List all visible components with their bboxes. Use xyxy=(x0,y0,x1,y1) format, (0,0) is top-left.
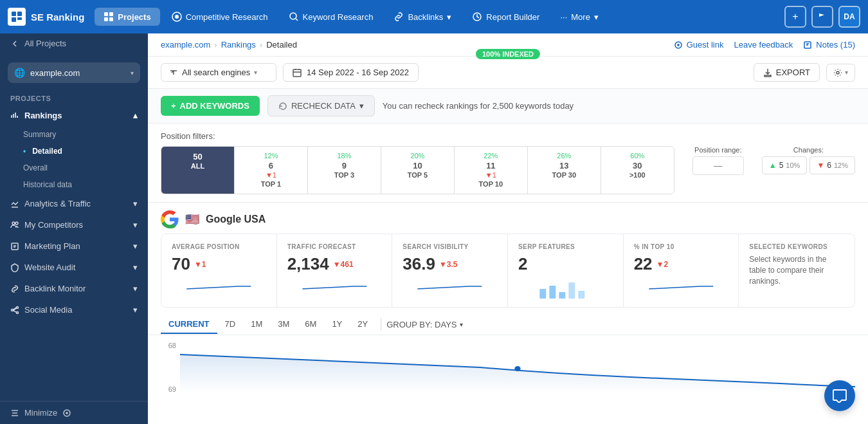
recheck-note: You can recheck rankings for 2,500 keywo… xyxy=(383,101,574,111)
change-up-badge[interactable]: ▲ 5 10% xyxy=(762,156,808,174)
analytics-arrow-icon: ▾ xyxy=(133,199,138,208)
chart-svg-container xyxy=(180,342,855,393)
minimize-btn[interactable]: Minimize xyxy=(10,408,138,418)
sidebar-item-marketing[interactable]: Marketing Plan ▾ xyxy=(0,235,148,257)
metric-sparkline-search_visibility xyxy=(402,279,497,299)
timeline-tab-current[interactable]: CURRENT xyxy=(161,315,217,334)
sidebar-item-social[interactable]: Social Media ▾ xyxy=(0,299,148,320)
recheck-data-btn[interactable]: RECHECK DATA ▾ xyxy=(267,95,375,116)
filter-tab-all[interactable]: 50ALL xyxy=(161,147,235,194)
breadcrumb-site-link[interactable]: example.com xyxy=(161,40,210,50)
sidebar-item-competitors[interactable]: My Competitors ▾ xyxy=(0,214,148,235)
svg-point-12 xyxy=(12,222,15,225)
filter-tab-gt100[interactable]: 60%30>100 xyxy=(601,147,674,194)
metric-label-traffic_forecast: TRAFFIC FORECAST xyxy=(287,243,382,250)
metric-change-search_visibility: ▼3.5 xyxy=(439,260,458,269)
change-down-badge[interactable]: ▼ 6 12% xyxy=(809,156,855,174)
rankings-arrow-icon: ▴ xyxy=(133,111,138,120)
main-layout: All Projects 🌐 example.com ▾ PROJECTS Ra… xyxy=(0,33,868,424)
add-keywords-btn[interactable]: + ADD KEYWORDS xyxy=(161,96,260,116)
settings-dropdown-icon: ▾ xyxy=(845,69,848,76)
sidebar-sub-item-historical[interactable]: Historical data xyxy=(0,176,148,193)
metric-chart-serp_features xyxy=(518,279,613,299)
svg-point-23 xyxy=(836,71,839,74)
filter-tab-top30[interactable]: 26%13TOP 30 xyxy=(528,147,601,194)
sidebar-item-audit[interactable]: Website Audit ▾ xyxy=(0,257,148,278)
metric-card-selected_keywords: SELECTED KEYWORDSSelect keywords in the … xyxy=(739,234,854,307)
group-by-label: GROUP BY: DAYS xyxy=(386,320,457,329)
metric-value-search_visibility: 36.9 ▼3.5 xyxy=(402,254,497,274)
filter-tab-top3[interactable]: 18%9TOP 3 xyxy=(308,147,381,194)
settings-btn[interactable]: ▾ xyxy=(826,64,855,82)
keyword-research-nav-btn[interactable]: Keyword Research xyxy=(280,8,383,26)
up-arrow-icon: ▲ xyxy=(769,161,777,170)
sidebar-item-rankings[interactable]: Rankings ▴ xyxy=(0,105,148,126)
flag-btn[interactable] xyxy=(811,6,833,28)
competitors-arrow-icon: ▾ xyxy=(133,220,138,230)
sidebar-sub-item-summary[interactable]: Summary xyxy=(0,126,148,143)
sidebar-item-analytics[interactable]: Analytics & Traffic ▾ xyxy=(0,193,148,214)
metric-sparkline-pct_in_top10 xyxy=(634,279,728,299)
indexed-badge: 100% INDEXED xyxy=(476,49,540,59)
chat-btn[interactable] xyxy=(824,380,855,411)
sidebar-sub-item-overall[interactable]: Overall xyxy=(0,160,148,176)
date-range-btn[interactable]: 14 Sep 2022 - 16 Sep 2022 xyxy=(283,63,419,82)
sidebar-sub-item-detailed[interactable]: Detailed xyxy=(0,143,148,160)
filter-tab-top5[interactable]: 20%10TOP 5 xyxy=(381,147,455,194)
svg-rect-5 xyxy=(109,12,113,16)
timeline-tab-1m[interactable]: 1M xyxy=(243,315,270,334)
timeline-tab-6m[interactable]: 6M xyxy=(297,315,324,334)
marketing-arrow-icon: ▾ xyxy=(133,241,138,251)
svg-rect-7 xyxy=(109,17,113,21)
svg-rect-24 xyxy=(539,289,546,299)
filter-tab-top1[interactable]: 12%6▼1TOP 1 xyxy=(235,147,308,194)
project-selector[interactable]: 🌐 example.com ▾ xyxy=(8,62,140,83)
top-navigation: SE Ranking Projects Competitive Research… xyxy=(0,0,868,33)
metric-value-serp_features: 2 xyxy=(518,254,613,274)
all-projects-link[interactable]: All Projects xyxy=(0,33,148,55)
search-engine-select[interactable]: All search engines ▾ xyxy=(161,63,276,82)
more-dropdown-icon: ▾ xyxy=(594,12,599,22)
guest-link-btn[interactable]: Guest link xyxy=(674,40,724,50)
new-item-btn[interactable]: + xyxy=(784,6,806,28)
metrics-grid: AVERAGE POSITION70 ▼1 TRAFFIC FORECAST2,… xyxy=(161,234,855,308)
position-range-input[interactable] xyxy=(692,156,744,175)
svg-rect-4 xyxy=(104,12,108,16)
timeline-tab-7d[interactable]: 7D xyxy=(217,315,244,334)
leave-feedback-btn[interactable]: Leave feedback xyxy=(734,40,793,50)
timeline-tab-1y[interactable]: 1Y xyxy=(324,315,350,334)
filter-tab-top10[interactable]: 22%11▼1TOP 10 xyxy=(455,147,528,194)
timeline-tab-3m[interactable]: 3M xyxy=(270,315,297,334)
group-by-selector[interactable]: GROUP BY: DAYS▾ xyxy=(386,316,462,333)
breadcrumb-current: Detailed xyxy=(266,40,297,50)
project-icon: 🌐 xyxy=(14,68,25,78)
change-down-value: 6 xyxy=(827,161,831,170)
export-btn[interactable]: EXPORT xyxy=(754,63,820,82)
report-builder-nav-btn[interactable]: Report Builder xyxy=(463,8,548,26)
breadcrumb-actions: Guest link Leave feedback Notes (15) xyxy=(674,40,855,50)
metric-value-avg_position: 70 ▼1 xyxy=(172,254,266,274)
svg-point-29 xyxy=(514,366,520,371)
metric-card-serp_features: SERP FEATURES2 xyxy=(508,234,624,307)
y-axis: 68 69 xyxy=(161,342,180,393)
more-nav-btn[interactable]: ··· More ▾ xyxy=(551,8,607,26)
timeline-tab-2y[interactable]: 2Y xyxy=(350,315,375,334)
metric-change-avg_position: ▼1 xyxy=(194,260,206,269)
backlinks-nav-btn[interactable]: Backlinks ▾ xyxy=(384,8,460,26)
svg-rect-3 xyxy=(17,17,22,20)
y-label-69: 69 xyxy=(161,385,176,393)
projects-nav-btn[interactable]: Projects xyxy=(95,8,159,26)
app-logo[interactable]: SE Ranking xyxy=(8,8,84,26)
user-avatar[interactable]: DA xyxy=(838,6,860,28)
notes-btn[interactable]: Notes (15) xyxy=(803,40,855,50)
usa-flag-icon: 🇺🇸 xyxy=(185,212,199,226)
metric-label-selected_keywords: SELECTED KEYWORDS xyxy=(749,243,844,250)
sidebar-item-backlink[interactable]: Backlink Monitor ▾ xyxy=(0,278,148,299)
project-arrow-icon: ▾ xyxy=(131,69,134,77)
metric-desc-selected_keywords: Select keywords in the table to compare … xyxy=(749,254,844,286)
backlinks-dropdown-icon: ▾ xyxy=(447,12,451,22)
metric-label-serp_features: SERP FEATURES xyxy=(518,243,613,250)
competitive-research-nav-btn[interactable]: Competitive Research xyxy=(163,8,277,26)
search-engine-dropdown-icon: ▾ xyxy=(254,69,257,76)
breadcrumb-section-link[interactable]: Rankings xyxy=(221,40,256,50)
